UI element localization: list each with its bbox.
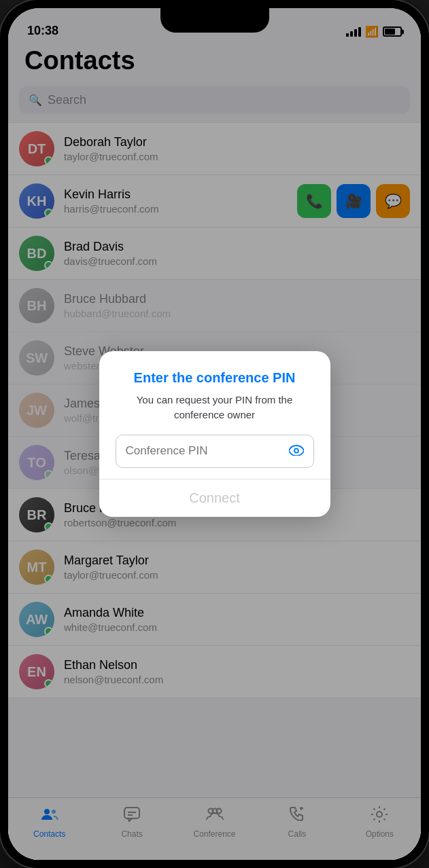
conference-pin-input[interactable] — [126, 444, 289, 458]
pin-input-wrapper[interactable] — [116, 435, 314, 468]
phone-screen: 10:38 📶 Contacts — [8, 8, 421, 860]
modal-subtitle: You can request your PIN from the confer… — [116, 393, 314, 422]
show-password-icon[interactable] — [289, 444, 304, 459]
conference-pin-modal: Enter the conference PIN You can request… — [99, 351, 330, 517]
connect-button[interactable]: Connect — [116, 480, 314, 517]
phone-frame: 10:38 📶 Contacts — [0, 0, 429, 868]
app-content: 10:38 📶 Contacts — [8, 8, 421, 860]
modal-title: Enter the conference PIN — [116, 370, 314, 386]
modal-overlay: Enter the conference PIN You can request… — [8, 8, 421, 860]
svg-point-0 — [294, 448, 298, 452]
